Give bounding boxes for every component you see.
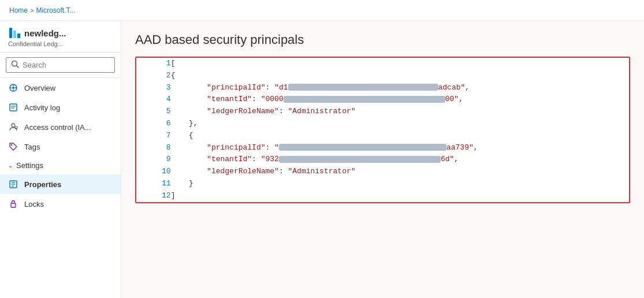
code-line-3: 3 "principalId": "d1 adcab", bbox=[136, 82, 629, 94]
code-line-9: 9 "tenantId": "932 6d", bbox=[136, 154, 629, 166]
key-tenantId1: "tenantId" bbox=[207, 95, 252, 103]
breadcrumb-sep1: > bbox=[30, 7, 33, 14]
resource-name: newledg... bbox=[8, 27, 113, 39]
overview-icon bbox=[8, 83, 18, 93]
resource-subtitle: Confidential Ledg... bbox=[8, 40, 113, 47]
line-num-12: 12 bbox=[136, 190, 171, 202]
breadcrumb-resource[interactable]: Microsoft.T... bbox=[36, 6, 75, 14]
line-num-2: 2 bbox=[136, 70, 171, 82]
line-num-8: 8 bbox=[136, 142, 171, 154]
sidebar-item-label-activity-log: Activity log bbox=[24, 103, 60, 112]
resource-name-text: newledg... bbox=[24, 28, 66, 38]
key-tenantId2: "tenantId" bbox=[207, 155, 252, 163]
val-tenantId2-prefix: "932 bbox=[261, 155, 279, 163]
val-principalId1-suffix: adcab" bbox=[438, 83, 466, 92]
sidebar: newledg... Confidential Ledg... bbox=[0, 21, 121, 298]
line-code-9: "tenantId": "932 6d", bbox=[171, 154, 629, 166]
val-tenantId2-suffix: 6d" bbox=[441, 155, 454, 163]
code-line-12: 12 ] bbox=[136, 190, 629, 202]
sidebar-item-label-overview: Overview bbox=[24, 84, 55, 92]
line-code-2: { bbox=[171, 70, 629, 82]
code-line-2: 2 { bbox=[136, 70, 629, 82]
line-num-9: 9 bbox=[136, 154, 171, 166]
code-line-7: 7 { bbox=[136, 130, 629, 142]
access-control-icon bbox=[8, 122, 18, 132]
settings-section-label: Settings bbox=[16, 161, 43, 170]
line-code-7: { bbox=[171, 130, 629, 142]
blur-tenantId2 bbox=[279, 156, 441, 163]
breadcrumb: Home > Microsoft.T... bbox=[9, 6, 75, 14]
search-box bbox=[0, 53, 121, 78]
sidebar-item-label-access-control: Access control (IA... bbox=[24, 123, 91, 132]
line-code-11: } bbox=[171, 178, 629, 190]
code-line-1: 1 [ bbox=[136, 58, 629, 70]
breadcrumb-bar: Home > Microsoft.T... bbox=[0, 0, 644, 21]
main-layout: newledg... Confidential Ledg... bbox=[0, 21, 644, 298]
sidebar-item-properties[interactable]: Properties bbox=[0, 174, 121, 194]
svg-rect-21 bbox=[11, 203, 16, 207]
code-table: 1 [ 2 { 3 "principalId": "d1 adcab", bbox=[136, 58, 629, 202]
line-code-4: "tenantId": "0000 00", bbox=[171, 94, 629, 106]
code-line-4: 4 "tenantId": "0000 00", bbox=[136, 94, 629, 106]
line-num-1: 1 bbox=[136, 58, 171, 70]
code-viewer: 1 [ 2 { 3 "principalId": "d1 adcab", bbox=[135, 57, 630, 203]
line-code-6: }, bbox=[171, 118, 629, 130]
locks-icon bbox=[8, 199, 18, 209]
resource-icon bbox=[8, 27, 21, 39]
sidebar-item-activity-log[interactable]: Activity log bbox=[0, 98, 121, 117]
search-input[interactable] bbox=[23, 61, 110, 69]
svg-rect-1 bbox=[13, 31, 16, 38]
val-ledgerRole2: "Administrator" bbox=[288, 167, 356, 176]
blur-principalId1 bbox=[288, 84, 438, 91]
activity-log-icon bbox=[8, 102, 18, 113]
chevron-down-icon: ⌄ bbox=[8, 162, 13, 169]
key-principalId2: "principalId" bbox=[207, 143, 265, 152]
line-code-5: "ledgerRoleName": "Administrator" bbox=[171, 106, 629, 118]
svg-rect-2 bbox=[17, 33, 20, 38]
resource-header: newledg... Confidential Ledg... bbox=[0, 21, 121, 53]
line-code-10: "ledgerRoleName": "Administrator" bbox=[171, 166, 629, 178]
sidebar-item-label-properties: Properties bbox=[24, 180, 61, 189]
line-code-3: "principalId": "d1 adcab", bbox=[171, 82, 629, 94]
sidebar-item-label-locks: Locks bbox=[24, 200, 44, 208]
val-ledgerRole1: "Administrator" bbox=[288, 107, 356, 116]
sidebar-item-overview[interactable]: Overview bbox=[0, 78, 121, 98]
svg-rect-11 bbox=[10, 104, 17, 111]
properties-icon bbox=[8, 179, 18, 189]
blur-principalId2 bbox=[279, 144, 446, 151]
page-title: AAD based security principals bbox=[135, 32, 630, 47]
code-line-11: 11 } bbox=[136, 178, 629, 190]
sidebar-item-locks[interactable]: Locks bbox=[0, 194, 121, 214]
svg-point-14 bbox=[12, 124, 15, 127]
line-num-11: 11 bbox=[136, 178, 171, 190]
line-num-6: 6 bbox=[136, 118, 171, 130]
code-line-8: 8 "principalId": " aa739", bbox=[136, 142, 629, 154]
line-code-12: ] bbox=[171, 190, 629, 202]
val-tenantId1-suffix: 00" bbox=[445, 95, 459, 103]
val-principalId2-prefix: " bbox=[274, 143, 279, 152]
svg-point-16 bbox=[11, 144, 12, 146]
line-code-8: "principalId": " aa739", bbox=[171, 142, 629, 154]
sidebar-item-tags[interactable]: Tags bbox=[0, 137, 121, 157]
tags-icon bbox=[8, 141, 18, 152]
key-ledgerRole1: "ledgerRoleName" bbox=[207, 107, 279, 116]
key-ledgerRole2: "ledgerRoleName" bbox=[207, 167, 279, 176]
svg-point-6 bbox=[12, 87, 14, 89]
sidebar-item-access-control[interactable]: Access control (IA... bbox=[0, 117, 121, 137]
val-tenantId1-prefix: "0000 bbox=[261, 95, 284, 103]
search-icon bbox=[11, 60, 19, 70]
svg-rect-0 bbox=[9, 28, 12, 38]
search-input-wrap[interactable] bbox=[6, 57, 115, 73]
breadcrumb-home[interactable]: Home bbox=[9, 6, 28, 14]
code-line-10: 10 "ledgerRoleName": "Administrator" bbox=[136, 166, 629, 178]
line-num-5: 5 bbox=[136, 106, 171, 118]
line-num-7: 7 bbox=[136, 130, 171, 142]
val-principalId1-prefix: "d1 bbox=[274, 83, 288, 92]
settings-section-header[interactable]: ⌄ Settings bbox=[0, 157, 121, 174]
code-line-5: 5 "ledgerRoleName": "Administrator" bbox=[136, 106, 629, 118]
line-num-10: 10 bbox=[136, 166, 171, 178]
line-code-1: [ bbox=[171, 58, 629, 70]
code-line-6: 6 }, bbox=[136, 118, 629, 130]
val-principalId2-suffix: aa739" bbox=[446, 143, 474, 152]
sidebar-item-label-tags: Tags bbox=[24, 143, 40, 151]
